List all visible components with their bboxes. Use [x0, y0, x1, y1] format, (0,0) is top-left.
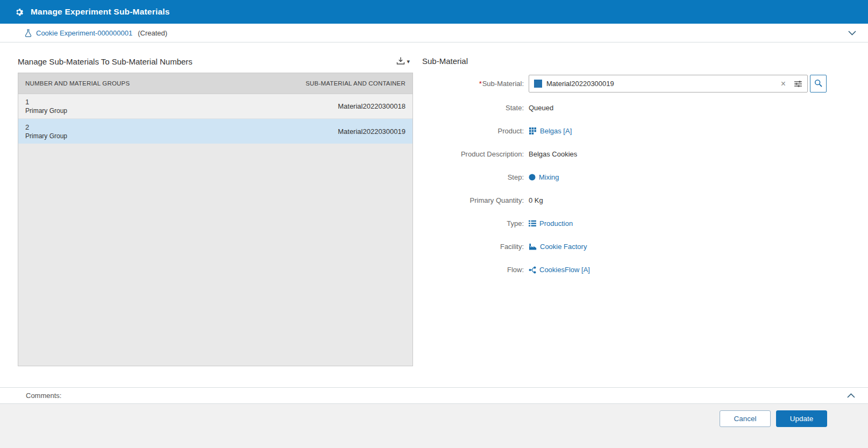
type-list-icon [529, 220, 536, 227]
step-link[interactable]: Mixing [529, 173, 559, 181]
field-row-sub-material: *Sub-Material: Material20220300019 × [422, 71, 827, 96]
field-label: Flow: [422, 266, 529, 274]
gear-icon [14, 7, 24, 17]
table-empty-area [18, 144, 412, 366]
titlebar: Manage Experiment Sub-Materials [0, 0, 868, 24]
row-number-group-cell: 1 Primary Group [25, 97, 67, 115]
sub-material-input-value: Material20220300019 [546, 80, 775, 88]
step-circle-icon [529, 174, 536, 181]
row-number: 2 [25, 123, 67, 132]
product-link[interactable]: Belgas [A] [529, 127, 572, 135]
experiment-flask-icon [25, 29, 32, 37]
context-collapse-chevron-down-icon[interactable] [848, 31, 856, 35]
main-content: Manage Sub-Materials To Sub-Material Num… [0, 42, 868, 387]
field-label: Product: [422, 127, 529, 135]
state-value: Queued [529, 104, 553, 112]
page-title: Manage Experiment Sub-Materials [31, 7, 170, 17]
material-swatch-icon [534, 80, 542, 88]
row-number: 1 [25, 97, 67, 106]
comments-chevron-up-icon[interactable] [847, 393, 855, 398]
flow-value: CookiesFlow [A] [539, 266, 590, 274]
row-sub-material: Material20220300019 [338, 127, 405, 136]
comments-bar[interactable]: Comments: [0, 387, 868, 404]
cancel-button[interactable]: Cancel [720, 410, 771, 427]
footer-action-bar: Cancel Update [0, 404, 868, 448]
flow-link[interactable]: CookiesFlow [A] [529, 266, 590, 274]
field-label: State: [422, 104, 529, 112]
field-row-product: Product: Belgas [A] [422, 119, 827, 143]
product-description-value: Belgas Cookies [529, 150, 577, 158]
search-button[interactable] [810, 75, 827, 93]
sub-material-detail-panel: Sub-Material *Sub-Material: Material2022… [413, 56, 868, 387]
field-row-type: Type: Production [422, 212, 827, 235]
row-number-group-cell: 2 Primary Group [25, 123, 67, 140]
clear-icon[interactable]: × [780, 80, 787, 88]
field-row-product-description: Product Description: Belgas Cookies [422, 143, 827, 166]
sub-material-field-value: Material20220300019 × [529, 75, 827, 93]
search-icon [814, 79, 822, 89]
field-label: Type: [422, 219, 529, 227]
context-bar: Cookie Experiment-000000001 (Created) [0, 24, 868, 42]
field-label: Facility: [422, 243, 529, 251]
required-asterisk: * [479, 80, 482, 88]
field-row-flow: Flow: CookiesFlow [A] [422, 258, 827, 281]
sub-material-input[interactable]: Material20220300019 × [529, 75, 808, 93]
column-header-number-groups[interactable]: NUMBER AND MATERIAL GROUPS [25, 80, 130, 87]
field-row-state: State: Queued [422, 96, 827, 119]
sub-materials-panel-title: Manage Sub-Materials To Sub-Material Num… [18, 57, 193, 66]
export-button[interactable]: ▾ [396, 56, 410, 67]
flow-icon [529, 266, 536, 274]
table-row[interactable]: 1 Primary Group Material20220300018 [18, 94, 412, 119]
row-material-group: Primary Group [25, 106, 67, 115]
sub-materials-panel-header: Manage Sub-Materials To Sub-Material Num… [18, 56, 413, 73]
row-sub-material: Material20220300018 [338, 102, 405, 110]
field-row-primary-quantity: Primary Quantity: 0 Kg [422, 189, 827, 212]
experiment-link[interactable]: Cookie Experiment-000000001 [36, 29, 132, 37]
export-download-icon [396, 56, 405, 67]
step-value: Mixing [539, 173, 559, 181]
experiment-status: (Created) [138, 29, 167, 37]
field-row-facility: Facility: Cookie Factory [422, 235, 827, 258]
column-header-sub-material[interactable]: SUB-MATERIAL AND CONTAINER [305, 80, 405, 87]
update-button[interactable]: Update [776, 410, 827, 427]
comments-label: Comments: [26, 392, 61, 400]
facility-factory-icon [529, 243, 537, 250]
field-label: Product Description: [422, 150, 529, 158]
sub-materials-table: NUMBER AND MATERIAL GROUPS SUB-MATERIAL … [18, 73, 413, 366]
filter-options-icon[interactable] [794, 80, 802, 88]
app-window: Manage Experiment Sub-Materials Cookie E… [0, 0, 868, 448]
type-link[interactable]: Production [529, 219, 573, 227]
field-label: Step: [422, 173, 529, 181]
field-label: Primary Quantity: [422, 196, 529, 204]
row-material-group: Primary Group [25, 132, 67, 140]
primary-quantity-value: 0 Kg [529, 196, 543, 204]
product-value: Belgas [A] [540, 127, 572, 135]
field-row-step: Step: Mixing [422, 166, 827, 189]
sub-material-input-group: Material20220300019 × [529, 75, 827, 93]
sub-material-field-label: *Sub-Material: [422, 80, 529, 88]
type-value: Production [539, 219, 573, 227]
sub-material-detail-title: Sub-Material [422, 56, 827, 66]
export-caret-down-icon: ▾ [407, 58, 410, 65]
table-row-selected[interactable]: 2 Primary Group Material20220300019 [18, 119, 412, 144]
table-header: NUMBER AND MATERIAL GROUPS SUB-MATERIAL … [18, 73, 412, 94]
product-icon [529, 127, 537, 135]
sub-materials-panel: Manage Sub-Materials To Sub-Material Num… [18, 56, 413, 387]
facility-link[interactable]: Cookie Factory [529, 243, 587, 251]
facility-value: Cookie Factory [540, 243, 587, 251]
